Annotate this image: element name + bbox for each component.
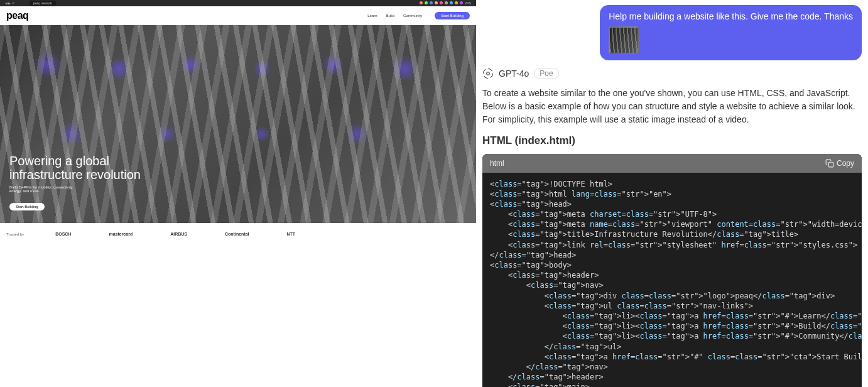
brand-mastercard: mastercard — [109, 232, 133, 236]
site-nav: Learn Build Community — [367, 14, 422, 18]
svg-rect-1 — [828, 162, 833, 167]
copy-icon — [825, 159, 834, 168]
nav-link-learn[interactable]: Learn — [367, 14, 377, 18]
hero-section: Powering a global infrastructure revolut… — [0, 25, 476, 223]
assistant-header: GPT-4o Poe — [482, 68, 862, 79]
user-message-bubble: Help me building a website like this. Gi… — [600, 5, 862, 60]
browser-url-bar[interactable]: peaq.network — [30, 1, 56, 6]
browser-chrome: ◀ ▶ ⟳ peaq.network VPN — [0, 0, 476, 6]
platform-badge[interactable]: Poe — [534, 68, 558, 79]
code-block-header: html Copy — [482, 154, 862, 173]
user-attachment-thumbnail[interactable] — [609, 26, 639, 54]
browser-extension-icons: VPN — [420, 1, 471, 5]
nav-link-build[interactable]: Build — [386, 14, 394, 18]
trusted-by-bar: Trusted by BOSCH mastercard AIRBUS Conti… — [0, 223, 476, 245]
assistant-intro-text: To create a website similar to the one y… — [482, 87, 862, 126]
brand-ntt: NTT — [287, 232, 296, 236]
hero-title: Powering a global infrastructure revolut… — [9, 154, 141, 182]
website-preview-panel: ◀ ▶ ⟳ peaq.network VPN peaq Learn Build … — [0, 0, 476, 387]
chat-panel: Help me building a website like this. Gi… — [476, 0, 868, 387]
nav-link-community[interactable]: Community — [403, 14, 422, 18]
hero-cta-button[interactable]: Start Building — [9, 203, 45, 210]
brand-logos: BOSCH mastercard AIRBUS Continental NTT — [55, 232, 295, 236]
code-content[interactable]: <class="tag">!DOCTYPE html> <class="tag"… — [482, 173, 862, 388]
section-heading: HTML (index.html) — [482, 133, 862, 149]
hero-subtitle: Build DePINs for mobility, connectivity,… — [9, 185, 85, 193]
brand-bosch: BOSCH — [55, 232, 71, 236]
header-cta-button[interactable]: Start Building — [435, 12, 470, 19]
brand-airbus: AIRBUS — [170, 232, 187, 236]
svg-point-0 — [487, 72, 490, 75]
site-header: peaq Learn Build Community Start Buildin… — [0, 6, 476, 25]
assistant-name: GPT-4o — [499, 68, 529, 79]
assistant-message-body: To create a website similar to the one y… — [482, 87, 862, 387]
user-message-text: Help me building a website like this. Gi… — [609, 11, 853, 21]
assistant-avatar-icon — [482, 68, 494, 79]
browser-nav-icons: ◀ ▶ ⟳ — [5, 1, 14, 5]
hero-content: Powering a global infrastructure revolut… — [9, 154, 141, 210]
brand-continental: Continental — [225, 232, 249, 236]
code-language-label: html — [490, 158, 504, 169]
copy-button[interactable]: Copy — [825, 158, 854, 169]
site-logo[interactable]: peaq — [6, 10, 28, 21]
code-block: html Copy <class="tag">!DOCTYPE html> <c… — [482, 154, 862, 388]
trusted-label: Trusted by — [6, 232, 24, 236]
